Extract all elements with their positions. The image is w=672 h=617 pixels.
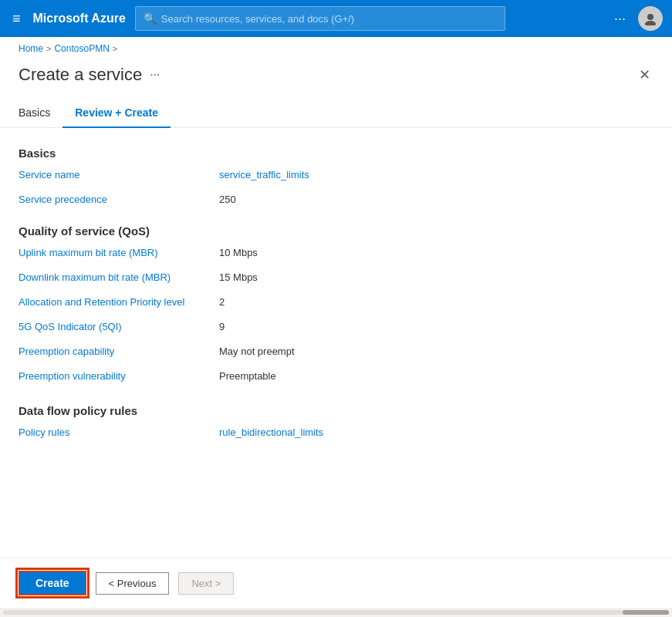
breadcrumb-sep2: > [113,44,117,53]
page-header-dots-icon[interactable]: ··· [150,68,160,82]
breadcrumb-home[interactable]: Home [19,43,43,54]
field-uplink-mbr: Uplink maximum bit rate (MBR) 10 Mbps [19,247,653,265]
dataflow-section: Data flow policy rules Policy rules rule… [19,404,653,445]
tab-review-create[interactable]: Review + Create [62,99,171,128]
scrollbar-area[interactable] [0,608,672,617]
field-label-service-precedence: Service precedence [19,194,219,205]
field-arp: Allocation and Retention Priority level … [19,296,653,315]
qos-section-title: Quality of service (QoS) [19,224,653,238]
tab-basics[interactable]: Basics [19,99,62,128]
field-value-5qi: 9 [219,321,225,332]
field-value-uplink-mbr: 10 Mbps [219,247,258,258]
field-value-preemption-vulnerability: Preemptable [219,370,276,382]
footer: Create < Previous Next > [0,558,672,608]
field-label-uplink-mbr: Uplink maximum bit rate (MBR) [19,247,219,258]
svg-point-1 [645,21,656,25]
page-header: Create a service ··· ✕ [0,60,672,99]
breadcrumb-resource[interactable]: ContosoPMN [54,43,109,54]
page-header-left: Create a service ··· [19,65,160,85]
nav-dots-icon[interactable]: ··· [608,8,632,30]
qos-section: Quality of service (QoS) Uplink maximum … [19,224,653,389]
field-label-preemption-vulnerability: Preemption vulnerability [19,370,219,382]
field-policy-rules: Policy rules rule_bidirectional_limits [19,427,653,445]
dataflow-section-title: Data flow policy rules [19,404,653,417]
hamburger-icon[interactable]: ≡ [9,8,24,30]
field-service-precedence: Service precedence 250 [19,194,653,212]
main-container: Home > ContosoPMN > Create a service ···… [0,37,672,617]
field-value-preemption-capability: May not preempt [219,346,295,357]
next-button: Next > [178,572,234,595]
field-label-downlink-mbr: Downlink maximum bit rate (MBR) [19,271,219,283]
field-label-policy-rules: Policy rules [19,427,219,438]
search-input[interactable] [161,13,497,25]
brand-label: Microsoft Azure [33,12,126,25]
nav-right: ··· [608,6,663,31]
page-title: Create a service [19,65,142,85]
close-button[interactable]: ✕ [636,63,653,86]
search-icon: 🔍 [144,12,157,25]
scrollbar-track [3,610,669,615]
field-value-arp: 2 [219,296,225,308]
svg-point-0 [647,14,653,20]
basics-section: Basics Service name service_traffic_limi… [19,147,653,212]
field-label-5qi: 5G QoS Indicator (5QI) [19,321,219,332]
scrollbar-thumb [623,610,669,615]
breadcrumb-sep1: > [46,44,51,53]
field-label-service-name: Service name [19,169,219,180]
content: Basics Service name service_traffic_limi… [0,128,672,509]
basics-section-title: Basics [19,147,653,160]
tabs: Basics Review + Create [0,99,672,128]
field-value-service-name: service_traffic_limits [219,169,309,180]
field-service-name: Service name service_traffic_limits [19,169,653,187]
search-bar[interactable]: 🔍 [135,6,505,31]
field-5qi: 5G QoS Indicator (5QI) 9 [19,321,653,339]
avatar[interactable] [638,6,663,31]
field-value-downlink-mbr: 15 Mbps [219,271,258,283]
field-preemption-capability: Preemption capability May not preempt [19,346,653,364]
field-downlink-mbr: Downlink maximum bit rate (MBR) 15 Mbps [19,271,653,290]
breadcrumb: Home > ContosoPMN > [0,37,672,60]
top-nav: ≡ Microsoft Azure 🔍 ··· [0,0,672,37]
field-value-policy-rules: rule_bidirectional_limits [219,427,323,438]
field-value-service-precedence: 250 [219,194,236,205]
field-preemption-vulnerability: Preemption vulnerability Preemptable [19,370,653,389]
field-label-preemption-capability: Preemption capability [19,346,219,357]
previous-button[interactable]: < Previous [96,572,170,595]
create-button[interactable]: Create [19,571,86,595]
field-label-arp: Allocation and Retention Priority level [19,296,219,308]
